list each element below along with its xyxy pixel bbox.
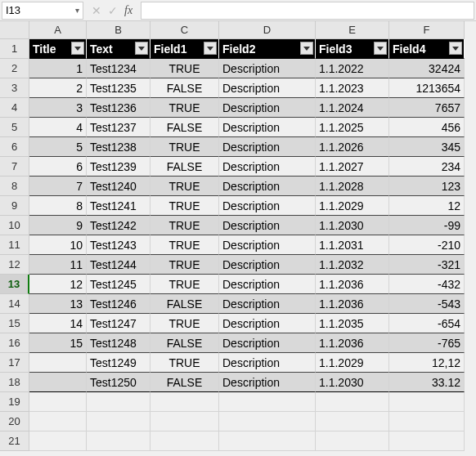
cell[interactable]: 12,12 (389, 353, 465, 373)
cell[interactable]: Test1243 (87, 235, 150, 255)
cell[interactable]: TRUE (150, 137, 219, 157)
row-header-9[interactable]: 9 (0, 196, 29, 216)
cell[interactable]: 1.1.2030 (316, 373, 389, 392)
cell[interactable]: Test1248 (87, 333, 150, 353)
cell[interactable]: Test1240 (87, 177, 150, 196)
row-header-17[interactable]: 17 (0, 353, 29, 373)
cell[interactable]: TRUE (150, 196, 219, 216)
cell[interactable]: 1.1.2036 (316, 275, 389, 294)
cell[interactable] (219, 412, 316, 431)
row-header-10[interactable]: 10 (0, 216, 29, 235)
cell[interactable]: 1.1.2031 (316, 235, 389, 255)
row-header-16[interactable]: 16 (0, 333, 29, 353)
cell[interactable]: Test1237 (87, 118, 150, 137)
fx-icon[interactable]: fx (124, 4, 132, 17)
cell[interactable]: Description (219, 255, 316, 275)
cell[interactable]: Test1245 (87, 275, 150, 294)
cell[interactable] (29, 431, 87, 451)
cell[interactable] (389, 431, 465, 451)
cell[interactable]: Test1234 (87, 59, 150, 78)
cell[interactable] (87, 412, 150, 431)
cell[interactable]: Description (219, 353, 316, 373)
filter-dropdown-icon[interactable] (135, 42, 148, 55)
cell[interactable]: Description (219, 137, 316, 157)
row-header-5[interactable]: 5 (0, 118, 29, 137)
filter-dropdown-icon[interactable] (449, 42, 462, 55)
cell[interactable]: 11 (29, 255, 87, 275)
cell[interactable]: 3 (29, 98, 87, 118)
cell[interactable]: TRUE (150, 216, 219, 235)
column-header-D[interactable]: D (219, 21, 316, 39)
cell[interactable]: FALSE (150, 118, 219, 137)
cell[interactable] (29, 373, 87, 392)
name-box-dropdown-icon[interactable]: ▾ (75, 6, 79, 15)
table-header-field3[interactable]: Field3 (316, 39, 389, 59)
cell[interactable]: TRUE (150, 177, 219, 196)
cell[interactable]: Description (219, 59, 316, 78)
cell[interactable]: 15 (29, 333, 87, 353)
cell[interactable]: Description (219, 177, 316, 196)
cell[interactable]: TRUE (150, 59, 219, 78)
cell[interactable]: -210 (389, 235, 465, 255)
cell[interactable]: TRUE (150, 353, 219, 373)
cell[interactable]: Description (219, 294, 316, 314)
cell[interactable]: 345 (389, 137, 465, 157)
table-header-title[interactable]: Title (29, 39, 87, 59)
cell[interactable]: TRUE (150, 98, 219, 118)
column-header-B[interactable]: B (87, 21, 150, 39)
cell[interactable]: 1213654 (389, 78, 465, 98)
cell[interactable]: 5 (29, 137, 87, 157)
cell[interactable] (29, 412, 87, 431)
row-header-14[interactable]: 14 (0, 294, 29, 314)
cell[interactable]: Description (219, 333, 316, 353)
row-header-15[interactable]: 15 (0, 314, 29, 333)
column-header-E[interactable]: E (316, 21, 389, 39)
cell[interactable]: 6 (29, 157, 87, 177)
cell-area[interactable]: TitleTextField1Field2Field3Field41Test12… (29, 39, 465, 451)
row-header-13[interactable]: 13 (0, 275, 29, 294)
cell[interactable] (219, 431, 316, 451)
cell[interactable]: 33.12 (389, 373, 465, 392)
cell[interactable]: 4 (29, 118, 87, 137)
cell[interactable]: Test1246 (87, 294, 150, 314)
cell[interactable]: FALSE (150, 333, 219, 353)
row-header-8[interactable]: 8 (0, 177, 29, 196)
cell[interactable]: Test1239 (87, 157, 150, 177)
cell[interactable]: Test1236 (87, 98, 150, 118)
cell[interactable]: FALSE (150, 157, 219, 177)
row-header-21[interactable]: 21 (0, 431, 29, 451)
cell[interactable]: 1.1.2022 (316, 59, 389, 78)
cell[interactable] (316, 431, 389, 451)
cell[interactable]: -321 (389, 255, 465, 275)
filter-dropdown-icon[interactable] (71, 42, 84, 55)
cell[interactable]: 7657 (389, 98, 465, 118)
table-header-field1[interactable]: Field1 (150, 39, 219, 59)
row-header-6[interactable]: 6 (0, 137, 29, 157)
cell[interactable]: Test1238 (87, 137, 150, 157)
cell[interactable] (87, 392, 150, 412)
cell[interactable]: Test1247 (87, 314, 150, 333)
column-header-A[interactable]: A (29, 21, 87, 39)
cell[interactable]: Description (219, 118, 316, 137)
cell[interactable]: 456 (389, 118, 465, 137)
cell[interactable]: 1.1.2023 (316, 78, 389, 98)
cell[interactable]: 1 (29, 59, 87, 78)
cell[interactable] (150, 431, 219, 451)
cell[interactable]: 1.1.2024 (316, 98, 389, 118)
cell[interactable] (389, 392, 465, 412)
cell[interactable]: 1.1.2030 (316, 216, 389, 235)
cell[interactable]: -765 (389, 333, 465, 353)
cell[interactable]: 1.1.2029 (316, 196, 389, 216)
cell[interactable] (316, 412, 389, 431)
cell[interactable] (219, 392, 316, 412)
cell[interactable]: 234 (389, 157, 465, 177)
cell[interactable] (150, 412, 219, 431)
cell[interactable]: Test1244 (87, 255, 150, 275)
cell[interactable]: 12 (29, 275, 87, 294)
cell[interactable]: 12 (389, 196, 465, 216)
cell[interactable]: 1.1.2027 (316, 157, 389, 177)
column-header-F[interactable]: F (389, 21, 465, 39)
cell[interactable]: FALSE (150, 373, 219, 392)
row-header-1[interactable]: 1 (0, 39, 29, 59)
cell[interactable]: Description (219, 98, 316, 118)
